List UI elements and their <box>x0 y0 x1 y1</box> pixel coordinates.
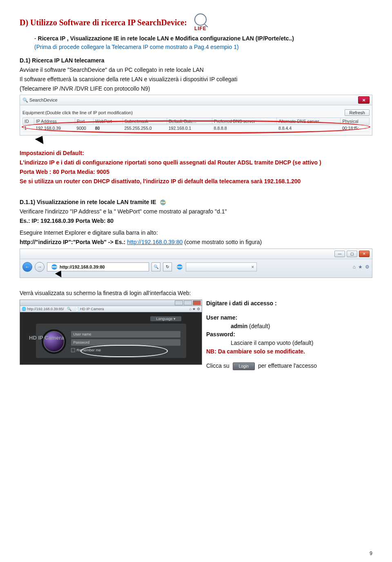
maximize-icon[interactable]: ▢ <box>347 251 357 257</box>
d1-text: (Telecamere IP /NVR /DVR LIFE con protoc… <box>20 85 372 93</box>
prerequisite-note: (Prima di procede collegare la Telecamer… <box>20 43 372 51</box>
section-title: D) Utilizzo Software di ricerca IP Searc… <box>20 18 187 27</box>
feature-bullet: Ricerca IP , Visualizzazione IE in rete … <box>20 35 372 42</box>
d11-text: http://"indirizzo IP":"Porta Web" -> Es.… <box>20 238 372 246</box>
ie-icon <box>159 199 167 206</box>
gear-icon[interactable]: ⚙ <box>365 264 370 270</box>
heading-d1: D.1) Ricerca IP LAN telecamera <box>20 57 372 64</box>
pointer-arrow <box>20 136 372 144</box>
defaults-text: Porta Web : 80 Porta Media: 9005 <box>20 168 372 176</box>
camera-lens-icon <box>42 329 66 354</box>
example-url-link[interactable]: http://192.168.0.39:80 <box>127 239 183 245</box>
ie-screenshot: — ▢ ✕ ← → http://192.168.0.39:80 🔍 ↻ × ⌂… <box>20 249 372 278</box>
login-button[interactable]: Login <box>233 362 255 371</box>
defaults-heading: Impostazioni di Default: <box>20 149 372 157</box>
after-ie-text: Verrà visualizzata su schermo la finestr… <box>20 289 372 297</box>
defaults-text: L'indirizzo IP e i dati di configurazion… <box>20 159 372 167</box>
results-table: ID IP Address Port WebPort Subnetmask De… <box>22 118 370 132</box>
back-button[interactable]: ← <box>22 262 32 272</box>
search-icon[interactable]: 🔍 <box>151 262 160 271</box>
password-field[interactable]: Password <box>71 339 180 346</box>
close-icon[interactable]: ✕ <box>358 96 370 104</box>
browser-tab[interactable]: × <box>186 262 257 271</box>
close-icon[interactable]: ✕ <box>359 251 370 257</box>
address-bar[interactable]: http://192.168.0.39:80 <box>47 262 149 271</box>
favorites-icon[interactable]: ★ <box>358 264 363 270</box>
login-screenshot: 🌐 http://192.168.0.39:85/ 🔍 📄 HD IP Came… <box>20 300 202 365</box>
window-title: 🔍 SearchDevice <box>22 98 58 103</box>
table-row[interactable]: 1 192.168.0.39 9000 80 255.255.255.0 192… <box>23 125 370 132</box>
forward-button[interactable]: → <box>35 262 45 272</box>
username-field[interactable]: User name <box>71 331 180 338</box>
ie-icon <box>176 263 183 271</box>
d1-text: Il software effettuerà la scansione dell… <box>20 76 372 83</box>
minimize-icon[interactable]: — <box>334 251 345 257</box>
remember-me-checkbox[interactable]: Remember me <box>71 348 180 352</box>
d1-text: Avviare il software "SearchDevice" da un… <box>20 66 372 74</box>
login-instructions: Digitare i dati di accesso : User name: … <box>206 300 317 371</box>
home-icon[interactable]: ⌂ <box>353 264 356 270</box>
d11-text: Eseguire Internet Explorer e digitare su… <box>20 229 372 237</box>
searchdevice-screenshot: 🔍 SearchDevice ✕ Equipment:(Double click… <box>20 95 372 136</box>
login-title: HD IP Camera <box>29 335 64 341</box>
life-logo: LIFE <box>190 12 211 33</box>
ie-icon <box>51 263 58 271</box>
heading-d11: D.1.1) Visualizzazione in rete locale LA… <box>20 198 372 206</box>
d11-text: Verificare l'indirizzo "IP Address" e la… <box>20 208 372 215</box>
defaults-text: Se si utilizza un router con DHCP disatt… <box>20 178 372 185</box>
refresh-icon[interactable]: ↻ <box>163 262 172 271</box>
refresh-button[interactable]: Refresh <box>345 109 370 116</box>
equipment-label: Equipment:(Double click the line of IP p… <box>22 110 133 115</box>
language-dropdown[interactable]: Language ▾ <box>150 316 181 321</box>
d11-text: Es.: IP: 192.168.0.39 Porta Web: 80 <box>20 217 372 225</box>
